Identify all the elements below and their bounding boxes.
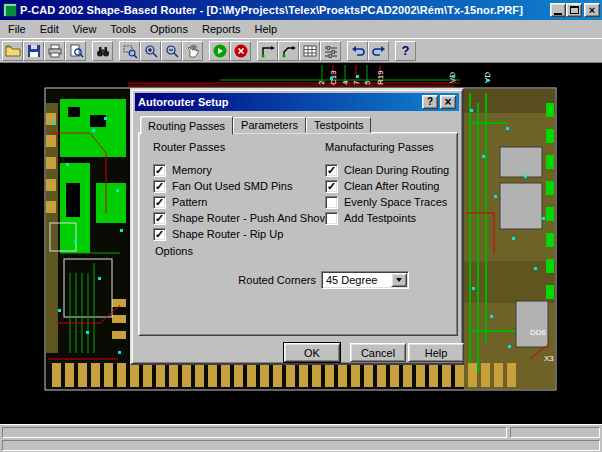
menu-item-help[interactable]: Help — [248, 21, 285, 37]
checkbox-box[interactable]: ✓ — [153, 164, 166, 177]
checkbox-label: Clean During Routing — [344, 164, 449, 176]
print-preview-icon — [68, 43, 84, 59]
save-button[interactable] — [23, 41, 44, 61]
redo-button[interactable] — [368, 41, 389, 61]
menu-item-options[interactable]: Options — [143, 21, 195, 37]
grid-table-icon — [302, 43, 318, 59]
checkmark-icon: ✓ — [155, 165, 164, 175]
route-45-button[interactable] — [278, 41, 299, 61]
tab-parameters[interactable]: Parameters — [233, 117, 306, 133]
undo-arrow-icon — [350, 43, 366, 59]
minimize-button[interactable] — [550, 3, 566, 17]
menu-item-file[interactable]: File — [1, 21, 33, 37]
open-button[interactable] — [2, 41, 23, 61]
routed-corners-combobox[interactable]: 45 Degree — [321, 271, 409, 289]
autorouter-options-button[interactable] — [320, 41, 341, 61]
app-icon[interactable] — [3, 3, 17, 17]
pcb-label-top-6: R19 — [376, 70, 385, 85]
print-button[interactable] — [44, 41, 65, 61]
route-45-icon — [281, 43, 297, 59]
checkmark-icon: ✓ — [327, 181, 336, 191]
checkbox-box[interactable]: ✓ — [325, 180, 338, 193]
density-table-button[interactable] — [299, 41, 320, 61]
status-bar — [0, 424, 602, 452]
maximize-button[interactable] — [566, 3, 582, 17]
save-floppy-icon — [26, 43, 42, 59]
checkbox-box[interactable]: ✓ — [153, 228, 166, 241]
dialog-tabs: Routing Passes Parameters Testpoints — [140, 115, 371, 133]
window-title: P-CAD 2002 Shape-Based Router - [D:\MyPr… — [20, 4, 550, 16]
sliders-icon — [323, 43, 339, 59]
zoom-in-button[interactable] — [140, 41, 161, 61]
open-folder-icon — [5, 43, 21, 59]
checkbox-box[interactable]: ✓ — [325, 164, 338, 177]
checkmark-icon: ✓ — [327, 165, 336, 175]
checkmark-icon: ✓ — [155, 181, 164, 191]
pcb-label-top-4: 7 — [352, 80, 361, 85]
minimize-icon — [554, 13, 562, 15]
route-90-icon — [260, 43, 276, 59]
pcb-label-top-5: 5 — [363, 80, 372, 85]
zoom-out-button[interactable] — [161, 41, 182, 61]
checkbox-pattern[interactable]: ✓ Pattern — [153, 195, 207, 209]
checkbox-label: Pattern — [172, 196, 207, 208]
checkbox-box[interactable]: ✓ — [153, 180, 166, 193]
cancel-button[interactable]: Cancel — [350, 343, 406, 362]
pcb-label-x3: X3 — [544, 354, 554, 363]
checkbox-label: Fan Out Used SMD Pins — [172, 180, 292, 192]
chevron-down-icon — [396, 278, 402, 282]
menu-item-reports[interactable]: Reports — [195, 21, 248, 37]
help-icon: ? — [402, 44, 410, 57]
menu-item-view[interactable]: View — [66, 21, 104, 37]
checkbox-memory[interactable]: ✓ Memory — [153, 163, 212, 177]
close-button[interactable]: × — [584, 3, 600, 17]
pan-button[interactable] — [182, 41, 203, 61]
checkbox-box[interactable]: ✓ — [153, 196, 166, 209]
redo-arrow-icon — [371, 43, 387, 59]
status-prompt-cell — [2, 440, 600, 451]
checkbox-label: Memory — [172, 164, 212, 176]
help-button[interactable]: ? — [395, 41, 416, 61]
route-90-button[interactable] — [257, 41, 278, 61]
tab-testpoints[interactable]: Testpoints — [306, 117, 372, 133]
checkbox-box[interactable] — [325, 212, 338, 225]
manufacturing-passes-group-label: Manufacturing Passes — [325, 141, 434, 153]
pan-hand-icon — [185, 43, 201, 59]
stop-icon — [233, 43, 249, 59]
binoculars-icon — [95, 43, 111, 59]
routing-passes-panel: Router Passes ✓ Memory ✓ Fan Out Used SM… — [138, 132, 458, 336]
dialog-close-button[interactable]: × — [440, 95, 456, 109]
find-button[interactable] — [92, 41, 113, 61]
menu-bar: File Edit View Tools Options Reports Hel… — [0, 20, 602, 39]
checkbox-evenly-space-traces[interactable]: Evenly Space Traces — [325, 195, 447, 209]
checkbox-shape-router-push-and-shove[interactable]: ✓ Shape Router - Push And Shove — [153, 211, 331, 225]
close-icon: × — [589, 5, 595, 16]
start-autorouter-button[interactable] — [209, 41, 230, 61]
checkbox-clean-after-routing[interactable]: ✓ Clean After Routing — [325, 179, 439, 193]
checkbox-clean-during-routing[interactable]: ✓ Clean During Routing — [325, 163, 449, 177]
menu-item-tools[interactable]: Tools — [103, 21, 143, 37]
maximize-icon — [570, 6, 579, 14]
dialog-help-button[interactable]: ? — [422, 95, 438, 109]
pcb-canvas[interactable]: 2 C13 4 7 5 R19 VD VD — [0, 63, 602, 424]
dialog-title-bar[interactable]: Autorouter Setup ? × — [135, 93, 459, 111]
print-preview-button[interactable] — [65, 41, 86, 61]
stop-autorouter-button[interactable] — [230, 41, 251, 61]
menu-item-edit[interactable]: Edit — [33, 21, 66, 37]
checkbox-fan-out-used-smd-pins[interactable]: ✓ Fan Out Used SMD Pins — [153, 179, 292, 193]
zoom-window-button[interactable] — [119, 41, 140, 61]
checkbox-box[interactable]: ✓ — [153, 212, 166, 225]
combo-dropdown-button[interactable] — [391, 273, 407, 287]
tab-routing-passes[interactable]: Routing Passes — [140, 116, 233, 135]
question-icon: ? — [427, 97, 433, 107]
checkbox-shape-router-rip-up[interactable]: ✓ Shape Router - Rip Up — [153, 227, 283, 241]
checkbox-add-testpoints[interactable]: Add Testpoints — [325, 211, 416, 225]
ok-button[interactable]: OK — [284, 343, 340, 362]
pcb-label-top-1: 2 — [317, 80, 326, 85]
undo-button[interactable] — [347, 41, 368, 61]
help-button-dialog[interactable]: Help — [408, 343, 464, 362]
checkbox-box[interactable] — [325, 196, 338, 209]
dialog-title: Autorouter Setup — [138, 96, 420, 108]
checkbox-label: Shape Router - Push And Shove — [172, 212, 331, 224]
checkbox-label: Shape Router - Rip Up — [172, 228, 283, 240]
